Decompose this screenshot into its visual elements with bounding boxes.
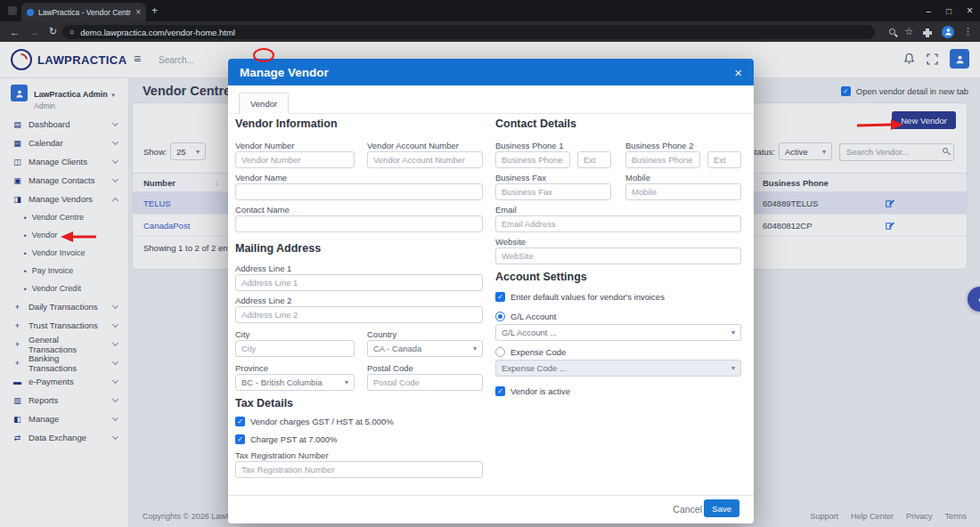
gl-account-value: G/L Account ... [502, 328, 557, 337]
tab-title: LawPractica - Vendor Centre [38, 8, 131, 17]
close-icon[interactable]: × [734, 65, 742, 80]
reload-icon[interactable]: ↻ [49, 26, 57, 37]
manage-vendor-modal: Manage Vendor × Vendor Vendor Informatio… [228, 59, 754, 523]
field-label: Address Line 1 [235, 264, 291, 273]
save-button[interactable]: Save [704, 499, 739, 517]
chevron-down-icon: ▾ [731, 328, 735, 336]
field-label: Business Fax [495, 173, 546, 182]
browser-tab[interactable]: LawPractica - Vendor Centre × [21, 3, 146, 21]
section-heading: Account Settings [495, 271, 587, 283]
vendor-account-number-input[interactable] [367, 151, 483, 168]
section-heading: Vendor Information [235, 118, 338, 130]
new-tab-button[interactable]: + [151, 4, 158, 17]
window-close-button[interactable]: × [967, 4, 973, 17]
vendor-name-input[interactable] [235, 183, 483, 200]
checkbox-checked-icon[interactable]: ✓ [495, 292, 505, 302]
field-label: City [235, 329, 249, 339]
vendor-active-label: Vendor is active [510, 386, 570, 396]
field-label: Province [235, 363, 268, 373]
app: LAWPRACTICA ≡ LawPractica Admin ▾ A [0, 42, 980, 527]
radio-unselected-icon[interactable] [495, 347, 505, 357]
modal-title: Manage Vendor [240, 66, 329, 79]
country-select[interactable]: CA - Canada▾ [367, 340, 483, 357]
vendor-active-checkbox-row[interactable]: ✓Vendor is active [495, 386, 570, 396]
screen: LawPractica - Vendor Centre × + – □ × ← … [0, 0, 980, 527]
field-label: Business Phone 1 [495, 141, 564, 150]
bookmark-star-icon[interactable]: ☆ [904, 26, 913, 37]
checkbox-checked-icon[interactable]: ✓ [235, 434, 245, 444]
modal-footer-divider [228, 495, 754, 496]
favicon-icon [27, 9, 34, 16]
tab-vendor[interactable]: Vendor [239, 93, 289, 114]
checkbox-checked-icon[interactable]: ✓ [495, 386, 505, 396]
window-minimize-button[interactable]: – [926, 6, 931, 16]
address-bar[interactable]: ≡ demo.lawpractica.com/vendor-home.html [62, 25, 875, 39]
expense-code-label: Expense Code [510, 347, 566, 357]
browser-profile-avatar[interactable] [942, 26, 954, 38]
gl-account-radio-row[interactable]: G/L Account [495, 312, 556, 321]
checkbox-checked-icon[interactable]: ✓ [235, 417, 245, 426]
email-input[interactable] [495, 215, 741, 232]
ext-1-input[interactable] [577, 151, 611, 168]
radio-selected-icon[interactable] [495, 312, 505, 321]
back-icon[interactable]: ← [10, 27, 20, 37]
business-fax-input[interactable] [495, 183, 611, 200]
field-label: Contact Name [235, 205, 290, 215]
forward-icon[interactable]: → [29, 27, 39, 37]
mobile-input[interactable] [625, 183, 741, 200]
website-input[interactable] [495, 247, 741, 264]
field-label: Vendor Account Number [367, 141, 459, 150]
section-heading: Tax Details [235, 397, 293, 409]
site-info-icon[interactable]: ≡ [69, 28, 74, 36]
postal-code-input[interactable] [367, 374, 483, 391]
expense-code-value: Expense Code ... [502, 363, 567, 373]
business-phone-2-input[interactable] [625, 151, 700, 168]
pst-checkbox-row[interactable]: ✓Charge PST at 7.000% [235, 434, 338, 444]
field-label: Mobile [625, 173, 650, 182]
field-label: Tax Registration Number [235, 450, 329, 460]
url-text: demo.lawpractica.com/vendor-home.html [80, 28, 235, 37]
address-line-2-input[interactable] [235, 306, 483, 323]
default-values-checkbox-row[interactable]: ✓Enter default values for vendor's invoi… [495, 292, 665, 302]
zoom-icon[interactable] [889, 28, 895, 35]
chevron-down-icon: ▾ [473, 345, 477, 353]
gl-account-select[interactable]: G/L Account ...▾ [495, 324, 741, 341]
expense-code-select[interactable]: Expense Code ...▾ [495, 360, 741, 377]
field-label: Postal Code [367, 363, 413, 373]
country-value: CA - Canada [373, 344, 421, 353]
modal-tabs: Vendor [228, 85, 754, 114]
section-heading: Contact Details [495, 118, 576, 130]
province-value: BC - British Columbia [241, 377, 323, 387]
chevron-down-icon: ▾ [731, 364, 735, 372]
chevron-down-icon: ▾ [345, 378, 348, 386]
gl-account-label: G/L Account [510, 312, 556, 321]
tab-close-icon[interactable]: × [135, 7, 141, 17]
field-label: Country [367, 329, 396, 339]
province-select[interactable]: BC - British Columbia▾ [235, 374, 355, 391]
city-input[interactable] [235, 340, 355, 357]
field-label: Business Phone 2 [625, 141, 694, 150]
window-maximize-button[interactable]: □ [946, 6, 951, 16]
gst-checkbox-row[interactable]: ✓Vendor charges GST / HST at 5.000% [235, 417, 394, 426]
field-label: Vendor Name [235, 173, 287, 182]
person-icon [944, 28, 952, 36]
expense-code-radio-row[interactable]: Expense Code [495, 347, 566, 357]
modal-header: Manage Vendor × [228, 59, 754, 85]
extensions-icon[interactable] [922, 27, 933, 37]
pst-label: Charge PST at 7.000% [250, 434, 338, 444]
tax-registration-number-input[interactable] [235, 461, 483, 478]
default-values-label: Enter default values for vendor's invoic… [510, 292, 665, 302]
gst-label: Vendor charges GST / HST at 5.000% [250, 417, 394, 426]
business-phone-1-input[interactable] [495, 151, 570, 168]
vendor-number-input[interactable] [235, 151, 355, 168]
address-line-1-input[interactable] [235, 274, 483, 291]
field-label: Address Line 2 [235, 296, 291, 305]
field-label: Email [495, 205, 517, 215]
ext-2-input[interactable] [707, 151, 741, 168]
browser-menu-icon[interactable]: ⋮ [963, 26, 973, 37]
section-heading: Mailing Address [235, 242, 321, 255]
tab-search-icon[interactable] [8, 6, 17, 15]
browser-tabstrip: LawPractica - Vendor Centre × + – □ × [0, 0, 980, 21]
cancel-button[interactable]: Cancel [673, 504, 702, 515]
contact-name-input[interactable] [235, 215, 483, 232]
